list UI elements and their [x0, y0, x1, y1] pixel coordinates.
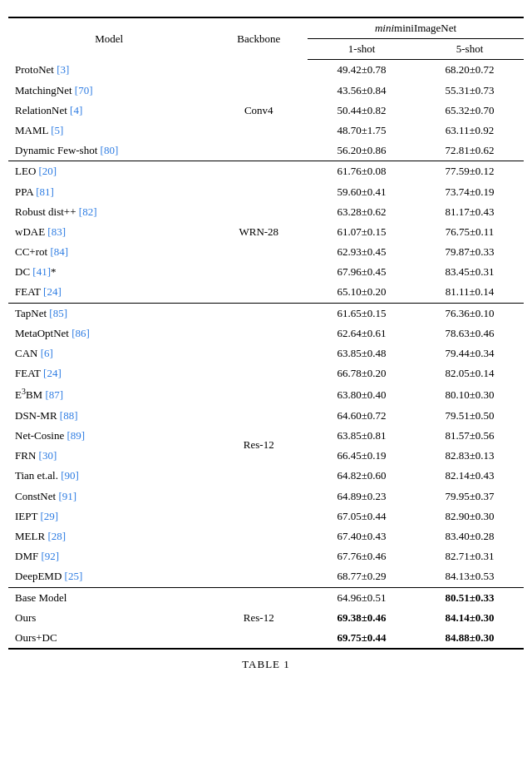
table-row: ProtoNet [3]Conv449.42±0.7868.20±0.72 — [8, 60, 524, 81]
model-cell: FEAT [24] — [8, 363, 210, 383]
shot1-cell: 67.96±0.45 — [308, 262, 416, 282]
shot1-cell: 64.82±0.60 — [308, 466, 416, 486]
shot5-cell: 84.13±0.53 — [416, 566, 524, 587]
shot1-cell: 64.89±0.23 — [308, 487, 416, 507]
shot5-cell: 81.17±0.43 — [416, 202, 524, 222]
backbone-cell: Conv4 — [210, 60, 308, 161]
shot1-cell: 69.38±0.46 — [308, 608, 416, 628]
shot5-header: 5-shot — [416, 39, 524, 60]
model-cell: RelationNet [4] — [8, 101, 210, 121]
model-cell: MELR [28] — [8, 526, 210, 546]
model-cell: Robust dist++ [82] — [8, 202, 210, 222]
model-cell: DMF [92] — [8, 546, 210, 566]
shot1-cell: 63.80±0.40 — [308, 383, 416, 406]
shot5-cell: 84.88±0.30 — [416, 628, 524, 649]
dataset-label: miniImageNet — [394, 22, 456, 34]
model-cell: FEAT [24] — [8, 282, 210, 303]
model-cell: MAML [5] — [8, 121, 210, 141]
shot1-cell: 59.60±0.41 — [308, 182, 416, 202]
shot1-cell: 63.85±0.81 — [308, 426, 416, 446]
model-header: Model — [8, 17, 210, 60]
shot1-cell: 69.75±0.44 — [308, 628, 416, 649]
backbone-header: Backbone — [210, 17, 308, 60]
shot5-cell: 79.95±0.37 — [416, 487, 524, 507]
model-cell: Net-Cosine [89] — [8, 426, 210, 446]
shot5-cell: 82.83±0.13 — [416, 446, 524, 466]
table-row: LEO [20]WRN-2861.76±0.0877.59±0.12 — [8, 161, 524, 182]
shot5-cell: 77.59±0.12 — [416, 161, 524, 182]
header-row-top: Model Backbone miniminiImageNet — [8, 17, 524, 39]
table-wrapper: Model Backbone miniminiImageNet 1-shot 5… — [8, 17, 524, 671]
shot1-cell: 62.93±0.45 — [308, 242, 416, 262]
shot1-cell: 67.76±0.46 — [308, 546, 416, 566]
model-cell: Dynamic Few-shot [80] — [8, 141, 210, 161]
model-cell: wDAE [83] — [8, 222, 210, 242]
backbone-cell: WRN-28 — [210, 161, 308, 303]
table-row: TapNet [85]Res-1261.65±0.1576.36±0.10 — [8, 303, 524, 324]
shot5-cell: 65.32±0.70 — [416, 101, 524, 121]
model-cell: ProtoNet [3] — [8, 60, 210, 81]
model-cell: DC [41]* — [8, 262, 210, 282]
shot1-cell: 63.85±0.48 — [308, 343, 416, 363]
shot5-cell: 80.10±0.30 — [416, 383, 524, 406]
model-cell: E3BM [87] — [8, 383, 210, 406]
model-cell: Base Model — [8, 587, 210, 608]
backbone-cell: Res-12 — [210, 587, 308, 649]
shot1-cell: 66.45±0.19 — [308, 446, 416, 466]
mini-italic: mini — [375, 22, 394, 34]
shot1-cell: 68.77±0.29 — [308, 566, 416, 587]
shot1-cell: 56.20±0.86 — [308, 141, 416, 161]
shot1-cell: 65.10±0.20 — [308, 282, 416, 303]
model-cell: CC+rot [84] — [8, 242, 210, 262]
table-body: ProtoNet [3]Conv449.42±0.7868.20±0.72Mat… — [8, 60, 524, 649]
shot1-cell: 48.70±1.75 — [308, 121, 416, 141]
shot5-cell: 79.51±0.50 — [416, 406, 524, 426]
shot1-cell: 61.76±0.08 — [308, 161, 416, 182]
shot1-cell: 50.44±0.82 — [308, 101, 416, 121]
shot5-cell: 82.14±0.43 — [416, 466, 524, 486]
model-cell: IEPT [29] — [8, 507, 210, 526]
model-cell: MatchingNet [70] — [8, 81, 210, 101]
backbone-cell: Res-12 — [210, 303, 308, 587]
model-cell: Ours — [8, 608, 210, 628]
shot1-header: 1-shot — [308, 39, 416, 60]
shot1-cell: 64.96±0.51 — [308, 587, 416, 608]
shot5-cell: 82.71±0.31 — [416, 546, 524, 566]
model-cell: ConstNet [91] — [8, 487, 210, 507]
results-table: Model Backbone miniminiImageNet 1-shot 5… — [8, 17, 524, 650]
model-cell: FRN [30] — [8, 446, 210, 466]
model-cell: Tian et.al. [90] — [8, 466, 210, 486]
shot1-cell: 67.05±0.44 — [308, 507, 416, 526]
model-cell: MetaOptNet [86] — [8, 324, 210, 343]
shot5-cell: 79.87±0.33 — [416, 242, 524, 262]
shot5-cell: 83.40±0.28 — [416, 526, 524, 546]
shot5-cell: 83.45±0.31 — [416, 262, 524, 282]
shot5-cell: 84.14±0.30 — [416, 608, 524, 628]
shot5-cell: 81.11±0.14 — [416, 282, 524, 303]
shot5-cell: 82.05±0.14 — [416, 363, 524, 383]
shot5-cell: 78.63±0.46 — [416, 324, 524, 343]
shot1-cell: 66.78±0.20 — [308, 363, 416, 383]
shot1-cell: 61.65±0.15 — [308, 303, 416, 324]
shot5-cell: 76.75±0.11 — [416, 222, 524, 242]
model-cell: PPA [81] — [8, 182, 210, 202]
shot5-cell: 72.81±0.62 — [416, 141, 524, 161]
model-cell: DSN-MR [88] — [8, 406, 210, 426]
model-cell: TapNet [85] — [8, 303, 210, 324]
shot5-cell: 68.20±0.72 — [416, 60, 524, 81]
shot1-cell: 62.64±0.61 — [308, 324, 416, 343]
shot1-cell: 49.42±0.78 — [308, 60, 416, 81]
shot5-cell: 73.74±0.19 — [416, 182, 524, 202]
shot5-cell: 79.44±0.34 — [416, 343, 524, 363]
table-row: Base ModelRes-1264.96±0.5180.51±0.33 — [8, 587, 524, 608]
model-cell: DeepEMD [25] — [8, 566, 210, 587]
shot1-cell: 64.60±0.72 — [308, 406, 416, 426]
shot5-cell: 81.57±0.56 — [416, 426, 524, 446]
shot5-cell: 55.31±0.73 — [416, 81, 524, 101]
shot1-cell: 63.28±0.62 — [308, 202, 416, 222]
shot1-cell: 67.40±0.43 — [308, 526, 416, 546]
model-cell: LEO [20] — [8, 161, 210, 182]
shot5-cell: 82.90±0.30 — [416, 507, 524, 526]
dataset-header: miniminiImageNet — [308, 17, 524, 39]
table-caption: TABLE 1 — [8, 658, 524, 671]
